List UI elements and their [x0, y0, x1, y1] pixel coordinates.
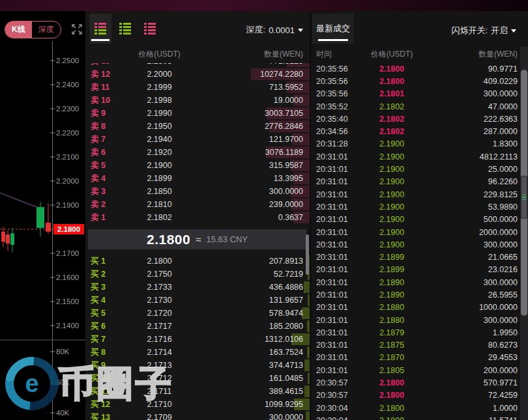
orderbook-row-price: 2.1900: [122, 161, 197, 170]
trade-row[interactable]: 20:31:012.190053.9890: [311, 201, 528, 213]
orderbook-bid-row[interactable]: 买 82.1714163.7524: [85, 346, 310, 359]
trade-row[interactable]: 20:31:012.1900229.8125: [311, 188, 528, 201]
trade-row[interactable]: 20:31:012.1900300.0000: [311, 238, 528, 251]
flash-switch[interactable]: 闪烁开关: 开启: [451, 25, 516, 36]
trade-row[interactable]: 20:34:562.1802287.0000: [311, 125, 528, 137]
trades-header-time: 时间: [316, 49, 355, 60]
orderbook-bid-row[interactable]: 买 62.1717185.2080: [85, 320, 310, 333]
orderbook-view-bids-button[interactable]: [114, 14, 136, 44]
orderbook-ask-row[interactable]: 卖 112.1999713.5952: [85, 81, 310, 94]
expand-fullscreen-icon[interactable]: [72, 24, 82, 35]
trade-row[interactable]: 20:31:012.18791.9950: [311, 326, 528, 339]
page-scrollbar[interactable]: [520, 47, 528, 420]
tab-latest-trades-label: 最新成交: [316, 23, 350, 35]
trade-amount: 11.5741: [428, 416, 518, 420]
orderbook-ask-row[interactable]: 卖 102.199819.0000: [85, 94, 310, 107]
depth-bar: [304, 385, 310, 397]
orderbook-row-amount: 3003.7105: [197, 109, 303, 118]
list-icon-bullet: [144, 23, 147, 25]
trade-row[interactable]: 20:31:012.190025.0000: [311, 163, 528, 175]
trade-row[interactable]: 20:31:012.1880300.0000: [311, 314, 528, 326]
trade-row[interactable]: 20:31:012.19002000.0000: [311, 226, 528, 238]
orderbook-row-label: 卖 12: [91, 69, 122, 80]
trade-row[interactable]: 20:31:012.190096.2260: [311, 176, 528, 188]
orderbook-ask-row[interactable]: 卖 122.200010274.2280: [85, 68, 310, 81]
chart-type-tabs: K线 深度: [5, 21, 61, 38]
orderbook-bid-row[interactable]: 买 22.175052.7219: [85, 268, 310, 281]
trade-row[interactable]: 20:31:012.19004812.2113: [311, 150, 528, 163]
orderbook-ask-row[interactable]: 卖 32.1850300.0000: [85, 185, 310, 198]
orderbook-bid-row[interactable]: 买 52.1720578.9474: [85, 307, 310, 320]
trade-row[interactable]: 20:31:012.187029.4553: [311, 352, 528, 364]
orderbook-row-label: 买 7: [91, 334, 122, 345]
trade-row[interactable]: 20:35:562.180090.9771: [311, 63, 528, 75]
depth-select[interactable]: 深度: 0.0001: [246, 24, 303, 36]
page-scrollbar-thumb[interactable]: [521, 70, 527, 316]
tab-kline[interactable]: K线: [5, 21, 32, 38]
trade-row[interactable]: 20:31:012.187580.6273: [311, 339, 528, 352]
orderbook-ask-row[interactable]: 卖 52.1900315.9587: [85, 159, 310, 172]
list-icon-bar: [123, 33, 131, 35]
trade-row[interactable]: 20:30:572.180072.4259: [311, 389, 528, 402]
orderbook-ask-row[interactable]: 卖 62.19203076.1189: [85, 146, 310, 159]
depth-bar: [304, 359, 310, 371]
orderbook-ask-row[interactable]: 卖 12.18020.3637: [85, 211, 310, 224]
trade-time: 20:31:01: [316, 353, 355, 362]
trade-row[interactable]: 20:35:522.180247.0000: [311, 100, 528, 113]
trade-price: 2.1899: [355, 265, 428, 274]
orderbook-scrollbar-thumb[interactable]: [306, 234, 309, 275]
trade-row[interactable]: 20:31:012.1805200.0000: [311, 364, 528, 376]
trade-row[interactable]: 20:31:012.189923.0216: [311, 264, 528, 276]
trade-price: 2.1890: [355, 278, 428, 287]
trade-row[interactable]: 20:35:562.1800409.0229: [311, 75, 528, 87]
price-axis-label: 2.1500: [56, 297, 79, 306]
trade-row[interactable]: 20:31:012.1900500.0000: [311, 214, 528, 226]
orderbook-bid-row[interactable]: 买 92.1713374.4713: [85, 359, 310, 372]
orderbook-ask-row[interactable]: 卖 132.2303771.8223: [85, 63, 310, 68]
trade-time: 20:31:01: [316, 215, 355, 224]
orderbook-ask-row[interactable]: 卖 22.1810239.0000: [85, 198, 310, 211]
trade-row[interactable]: 20:35:562.1801300.0000: [311, 88, 528, 100]
orderbook-bid-row[interactable]: 买 72.17161312.0106: [85, 333, 310, 346]
orderbook-bid-row[interactable]: 买 132.1709300.0000: [85, 411, 310, 420]
orderbook-row-amount: 19.0000: [197, 96, 303, 105]
orderbook-view-asks-button[interactable]: [139, 14, 161, 44]
list-icon-bar: [98, 29, 106, 32]
trade-price: 2.1805: [355, 366, 428, 375]
list-icon-bullet: [119, 26, 122, 29]
trade-row[interactable]: 20:31:282.19001.8300: [311, 138, 528, 150]
orderbook-row-amount: 121.9700: [197, 135, 303, 144]
trade-amount: 72.4259: [428, 391, 518, 400]
orderbook-ask-row[interactable]: 卖 82.19502776.2846: [85, 120, 310, 133]
orderbook-bid-row[interactable]: 买 12.1800207.8913: [85, 255, 310, 268]
orderbook-bid-row[interactable]: 买 32.1733436.4886: [85, 281, 310, 294]
grip-line: [522, 197, 526, 198]
scrollbar-drag-handle[interactable]: [521, 176, 527, 219]
orderbook-row-label: 买 13: [91, 412, 122, 420]
trade-amount: 300.0000: [428, 278, 518, 287]
orderbook-bid-row[interactable]: 买 122.17101099.9295: [85, 398, 310, 411]
orderbook-bid-row[interactable]: 买 102.1712161.0485: [85, 372, 310, 385]
orderbook-bid-row[interactable]: 买 42.1730131.9657: [85, 294, 310, 307]
tab-latest-trades[interactable]: 最新成交: [312, 14, 354, 44]
trade-row[interactable]: 20:30:042.180011.5741: [311, 414, 528, 420]
tab-depth[interactable]: 深度: [32, 21, 61, 38]
trade-row[interactable]: 20:31:012.189921.0665: [311, 251, 528, 263]
orderbook-ask-row[interactable]: 卖 42.189913.3995: [85, 172, 310, 185]
orderbook-ask-row[interactable]: 卖 92.19903003.7105: [85, 107, 310, 120]
orderbook-row-amount: 131.9657: [197, 296, 303, 305]
trade-row[interactable]: 20:31:012.189026.5955: [311, 288, 528, 301]
orderbook-row-amount: 0.3637: [197, 213, 303, 222]
orderbook-view-both-button[interactable]: [89, 14, 111, 44]
orderbook-ask-row[interactable]: 卖 72.1940121.9700: [85, 133, 310, 146]
trade-row[interactable]: 20:30:042.18001.0000: [311, 402, 528, 414]
trade-time: 20:30:04: [316, 404, 355, 413]
trade-row[interactable]: 20:30:572.1800570.9771: [311, 376, 528, 389]
trade-time: 20:31:01: [316, 177, 355, 186]
trade-row[interactable]: 20:31:012.1890300.0000: [311, 276, 528, 288]
trade-time: 20:31:01: [316, 265, 355, 274]
orderbook-header-amount: 数量(WEN): [197, 49, 303, 60]
trade-row[interactable]: 20:31:012.18801000.0000: [311, 301, 528, 314]
orderbook-bid-row[interactable]: 买 112.1711389.4615: [85, 385, 310, 398]
trade-row[interactable]: 20:35:402.1802222.6363: [311, 113, 528, 125]
